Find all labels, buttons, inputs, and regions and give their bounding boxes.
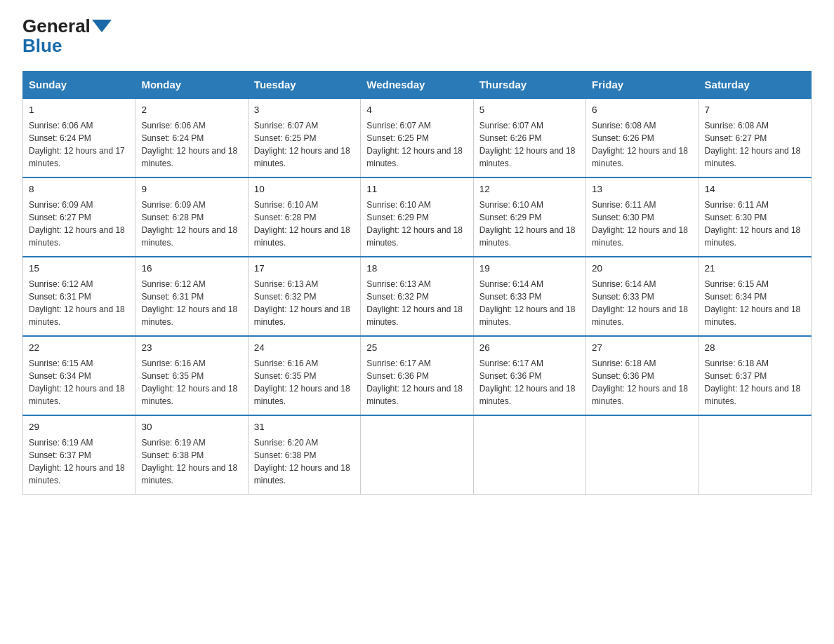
- day-number: 17: [254, 262, 355, 276]
- calendar-cell: 25Sunrise: 6:17 AMSunset: 6:36 PMDayligh…: [361, 336, 473, 415]
- calendar-cell: 28Sunrise: 6:18 AMSunset: 6:37 PMDayligh…: [699, 336, 811, 415]
- day-info: Sunrise: 6:18 AMSunset: 6:36 PMDaylight:…: [592, 357, 692, 408]
- day-number: 2: [141, 103, 241, 118]
- calendar-cell: 2Sunrise: 6:06 AMSunset: 6:24 PMDaylight…: [135, 98, 248, 177]
- day-number: 25: [366, 341, 467, 356]
- weekday-header-tuesday: Tuesday: [248, 72, 360, 99]
- day-number: 4: [366, 103, 467, 118]
- calendar-cell: 16Sunrise: 6:12 AMSunset: 6:31 PMDayligh…: [135, 257, 248, 336]
- logo: General Blue: [22, 17, 113, 57]
- calendar-week-row: 1Sunrise: 6:06 AMSunset: 6:24 PMDaylight…: [23, 98, 812, 177]
- header: General Blue: [22, 17, 812, 57]
- logo-general-text: General: [22, 17, 91, 35]
- calendar-cell: 4Sunrise: 6:07 AMSunset: 6:25 PMDaylight…: [361, 98, 473, 177]
- calendar-cell: [586, 415, 699, 494]
- calendar-cell: 13Sunrise: 6:11 AMSunset: 6:30 PMDayligh…: [586, 177, 699, 257]
- day-number: 5: [479, 103, 580, 118]
- calendar-cell: 24Sunrise: 6:16 AMSunset: 6:35 PMDayligh…: [248, 336, 360, 415]
- day-info: Sunrise: 6:12 AMSunset: 6:31 PMDaylight:…: [29, 278, 129, 328]
- day-info: Sunrise: 6:10 AMSunset: 6:28 PMDaylight:…: [254, 199, 355, 249]
- day-number: 28: [705, 341, 805, 356]
- day-number: 29: [29, 420, 129, 435]
- day-number: 15: [29, 262, 129, 276]
- day-info: Sunrise: 6:17 AMSunset: 6:36 PMDaylight:…: [366, 357, 467, 408]
- day-number: 1: [29, 103, 129, 118]
- calendar-cell: 29Sunrise: 6:19 AMSunset: 6:37 PMDayligh…: [23, 415, 135, 494]
- calendar-header: SundayMondayTuesdayWednesdayThursdayFrid…: [23, 72, 812, 99]
- day-info: Sunrise: 6:10 AMSunset: 6:29 PMDaylight:…: [479, 199, 580, 249]
- day-number: 3: [254, 103, 355, 118]
- calendar-cell: 8Sunrise: 6:09 AMSunset: 6:27 PMDaylight…: [23, 177, 135, 257]
- calendar-cell: 5Sunrise: 6:07 AMSunset: 6:26 PMDaylight…: [473, 98, 585, 177]
- calendar-week-row: 22Sunrise: 6:15 AMSunset: 6:34 PMDayligh…: [23, 336, 812, 415]
- calendar-cell: 26Sunrise: 6:17 AMSunset: 6:36 PMDayligh…: [473, 336, 585, 415]
- day-info: Sunrise: 6:14 AMSunset: 6:33 PMDaylight:…: [592, 278, 692, 328]
- day-number: 30: [141, 420, 241, 435]
- calendar-cell: 7Sunrise: 6:08 AMSunset: 6:27 PMDaylight…: [699, 98, 811, 177]
- weekday-header-wednesday: Wednesday: [361, 72, 473, 99]
- day-number: 24: [254, 341, 355, 356]
- calendar-cell: 19Sunrise: 6:14 AMSunset: 6:33 PMDayligh…: [473, 257, 585, 336]
- day-info: Sunrise: 6:13 AMSunset: 6:32 PMDaylight:…: [254, 278, 355, 328]
- day-number: 18: [366, 262, 467, 276]
- calendar-cell: 1Sunrise: 6:06 AMSunset: 6:24 PMDaylight…: [23, 98, 135, 177]
- day-info: Sunrise: 6:15 AMSunset: 6:34 PMDaylight:…: [705, 278, 805, 328]
- calendar-cell: 20Sunrise: 6:14 AMSunset: 6:33 PMDayligh…: [586, 257, 699, 336]
- day-number: 11: [366, 182, 467, 197]
- calendar-cell: 10Sunrise: 6:10 AMSunset: 6:28 PMDayligh…: [248, 177, 360, 257]
- calendar-cell: 18Sunrise: 6:13 AMSunset: 6:32 PMDayligh…: [361, 257, 473, 336]
- day-number: 9: [141, 182, 241, 197]
- day-number: 16: [141, 262, 241, 276]
- day-info: Sunrise: 6:20 AMSunset: 6:38 PMDaylight:…: [254, 436, 355, 487]
- calendar-week-row: 29Sunrise: 6:19 AMSunset: 6:37 PMDayligh…: [23, 415, 812, 494]
- calendar-cell: 27Sunrise: 6:18 AMSunset: 6:36 PMDayligh…: [586, 336, 699, 415]
- weekday-header-row: SundayMondayTuesdayWednesdayThursdayFrid…: [23, 72, 812, 99]
- calendar-cell: 17Sunrise: 6:13 AMSunset: 6:32 PMDayligh…: [248, 257, 360, 336]
- day-number: 27: [592, 341, 692, 356]
- day-number: 14: [705, 182, 805, 197]
- calendar-body: 1Sunrise: 6:06 AMSunset: 6:24 PMDaylight…: [23, 98, 812, 494]
- calendar-cell: 6Sunrise: 6:08 AMSunset: 6:26 PMDaylight…: [586, 98, 699, 177]
- weekday-header-friday: Friday: [586, 72, 699, 99]
- day-number: 10: [254, 182, 355, 197]
- calendar-cell: 14Sunrise: 6:11 AMSunset: 6:30 PMDayligh…: [699, 177, 811, 257]
- day-number: 13: [592, 182, 692, 197]
- day-number: 8: [29, 182, 129, 197]
- day-info: Sunrise: 6:06 AMSunset: 6:24 PMDaylight:…: [141, 119, 241, 170]
- weekday-header-monday: Monday: [135, 72, 248, 99]
- day-number: 7: [705, 103, 805, 118]
- day-info: Sunrise: 6:11 AMSunset: 6:30 PMDaylight:…: [705, 199, 805, 249]
- calendar-cell: 23Sunrise: 6:16 AMSunset: 6:35 PMDayligh…: [135, 336, 248, 415]
- weekday-header-saturday: Saturday: [699, 72, 811, 99]
- day-info: Sunrise: 6:08 AMSunset: 6:26 PMDaylight:…: [592, 119, 692, 170]
- calendar-week-row: 15Sunrise: 6:12 AMSunset: 6:31 PMDayligh…: [23, 257, 812, 336]
- day-number: 19: [479, 262, 580, 276]
- day-number: 22: [29, 341, 129, 356]
- day-info: Sunrise: 6:07 AMSunset: 6:25 PMDaylight:…: [366, 119, 467, 170]
- calendar-week-row: 8Sunrise: 6:09 AMSunset: 6:27 PMDaylight…: [23, 177, 812, 257]
- day-number: 20: [592, 262, 692, 276]
- day-info: Sunrise: 6:06 AMSunset: 6:24 PMDaylight:…: [29, 119, 129, 170]
- day-number: 23: [141, 341, 241, 356]
- day-number: 26: [479, 341, 580, 356]
- calendar-cell: 3Sunrise: 6:07 AMSunset: 6:25 PMDaylight…: [248, 98, 360, 177]
- day-info: Sunrise: 6:17 AMSunset: 6:36 PMDaylight:…: [479, 357, 580, 408]
- day-info: Sunrise: 6:07 AMSunset: 6:25 PMDaylight:…: [254, 119, 355, 170]
- day-number: 31: [254, 420, 355, 435]
- day-number: 21: [705, 262, 805, 276]
- calendar-cell: 30Sunrise: 6:19 AMSunset: 6:38 PMDayligh…: [135, 415, 248, 494]
- calendar-cell: 9Sunrise: 6:09 AMSunset: 6:28 PMDaylight…: [135, 177, 248, 257]
- calendar-cell: 31Sunrise: 6:20 AMSunset: 6:38 PMDayligh…: [248, 415, 360, 494]
- day-info: Sunrise: 6:15 AMSunset: 6:34 PMDaylight:…: [29, 357, 129, 408]
- day-info: Sunrise: 6:09 AMSunset: 6:27 PMDaylight:…: [29, 199, 129, 249]
- calendar-table: SundayMondayTuesdayWednesdayThursdayFrid…: [22, 71, 812, 495]
- day-number: 6: [592, 103, 692, 118]
- day-info: Sunrise: 6:14 AMSunset: 6:33 PMDaylight:…: [479, 278, 580, 328]
- day-info: Sunrise: 6:07 AMSunset: 6:26 PMDaylight:…: [479, 119, 580, 170]
- logo-triangle-icon: [92, 20, 112, 32]
- calendar-cell: 12Sunrise: 6:10 AMSunset: 6:29 PMDayligh…: [473, 177, 585, 257]
- day-info: Sunrise: 6:13 AMSunset: 6:32 PMDaylight:…: [366, 278, 467, 328]
- calendar-cell: 21Sunrise: 6:15 AMSunset: 6:34 PMDayligh…: [699, 257, 811, 336]
- day-info: Sunrise: 6:19 AMSunset: 6:37 PMDaylight:…: [29, 436, 129, 487]
- day-info: Sunrise: 6:11 AMSunset: 6:30 PMDaylight:…: [592, 199, 692, 249]
